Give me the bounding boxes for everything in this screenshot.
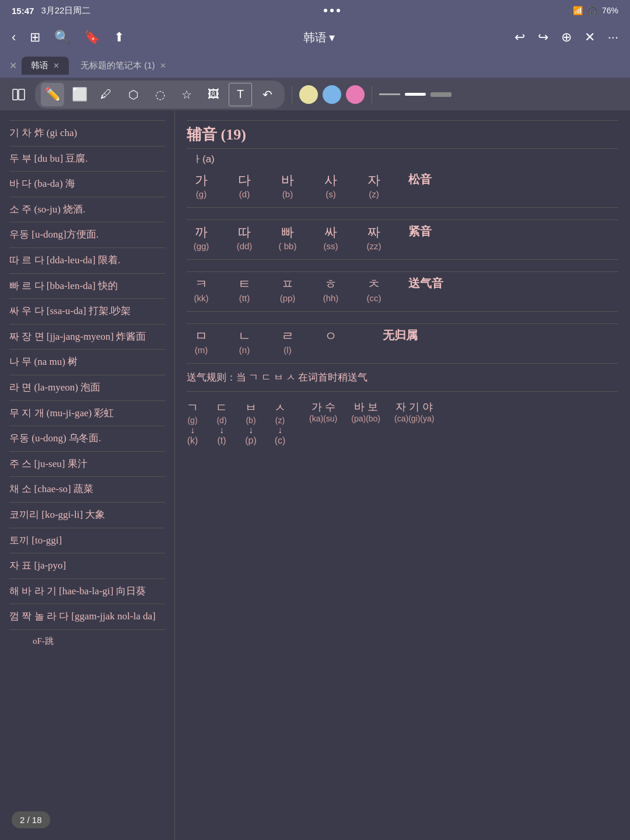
add-icon[interactable]: ⊕ [559, 27, 574, 47]
shape-tool[interactable]: ⬡ [121, 83, 145, 106]
text-tool[interactable]: T [229, 83, 252, 106]
consonant-sa: 사 (s) [316, 172, 345, 199]
aspirated-label: 送气音 [408, 276, 443, 291]
section-title: 辅音 (19) [187, 124, 618, 145]
basic-consonants-section: 가 (g) 다 (d) 바 (b) 사 (s) 자 (z) [187, 172, 618, 199]
line-thin[interactable] [379, 93, 400, 95]
list-item: 두 부 [du bu] 豆腐. [9, 150, 165, 168]
arrow-col-g: ㄱ (g) ↓ (k) [187, 400, 198, 446]
color-blue[interactable] [323, 85, 341, 104]
color-yellow[interactable] [299, 85, 318, 104]
consonant-ssa: 싸 (ss) [316, 224, 345, 251]
list-item: 껌 짝 놀 라 다 [ggam-jjak nol-la da] [9, 608, 165, 626]
list-item: 주 스 [ju-seu] 果汁 [9, 455, 165, 473]
nav-title: 韩语 ▾ [136, 30, 502, 46]
battery-level: 76% [602, 6, 618, 15]
basic-label: 松音 [408, 172, 432, 187]
headphone-icon: 🎧 [587, 6, 597, 15]
color-pink[interactable] [346, 85, 365, 104]
list-item: 따 르 다 [dda-leu-da] 限着. [9, 252, 165, 270]
vocab-list: 기 차 炸 (gi cha) 두 부 [du bu] 豆腐. 바 다 (ba-d… [9, 124, 165, 649]
list-item: 빠 르 다 [bba-len-da] 快的 [9, 277, 165, 295]
share-icon[interactable]: ⬆ [111, 27, 127, 47]
list-item: 채 소 [chae-so] 蔬菜 [9, 480, 165, 499]
left-column: 기 차 炸 (gi cha) 두 부 [du bu] 豆腐. 바 다 (ba-d… [0, 111, 175, 840]
undo-icon[interactable]: ↩ [512, 27, 527, 47]
consonant-tt: ㅌ (tt) [230, 276, 259, 303]
list-item: 무 지 개 (mu-ji-gae) 彩虹 [9, 405, 165, 423]
search-icon[interactable]: 🔍 [52, 27, 72, 47]
image-tool[interactable]: 🖼 [202, 83, 225, 106]
list-item: 싸 우 다 [ssa-u-da] 打架.吵架 [9, 302, 165, 320]
tab-close-left[interactable]: ✕ [5, 60, 22, 71]
consonant-jja: 짜 (zz) [359, 224, 388, 251]
pronunciation-arrows: ㄱ (g) ↓ (k) ㄷ (d) ↓ (t) ㅂ (b) ↓ (p) [187, 400, 286, 446]
tab-korean-close[interactable]: ✕ [53, 61, 60, 70]
sidebar-tool[interactable] [7, 83, 30, 106]
status-time: 15:47 [12, 6, 34, 16]
list-item: 해 바 라 기 [hae-ba-la-gi] 向日葵 [9, 583, 165, 601]
tense-consonants-row: 까 (gg) 따 (dd) 빠 ( bb) 싸 (ss) 짜 (zz) [187, 224, 618, 251]
toolbar-sep2 [372, 86, 372, 103]
status-dots [324, 9, 340, 12]
list-item: 짜 장 면 [jja-jang-myeon] 炸酱面 [9, 328, 165, 346]
consonant-m: ㅁ (m) [187, 327, 216, 355]
consonant-cc: ㅊ (cc) [359, 276, 388, 303]
arrow-section: ㄱ (g) ↓ (k) ㄷ (d) ↓ (t) ㅂ (b) ↓ (p) [187, 400, 618, 446]
subtitle: ㅏ(a) [187, 152, 618, 166]
toolbar: ✏️ ⬜ 🖊 ⬡ ◌ ☆ 🖼 T ↶ [0, 78, 630, 111]
tab-untitled[interactable]: 无标题的笔记本 (1) ✕ [71, 57, 176, 75]
list-item: 라 면 (la-myeon) 泡面 [9, 379, 165, 397]
list-item: 코끼리 [ko-ggi-li] 大象 [9, 506, 165, 524]
list-item: 나 무 (na mu) 树 [9, 353, 165, 371]
side-word-pabo: 바 보 (pa)(bo) [351, 400, 380, 423]
arrow-col-z: ㅅ (z) ↓ (c) [274, 400, 286, 446]
list-item: 우동 [u-dong]方便面. [9, 226, 165, 244]
consonant-da: 다 (d) [230, 172, 259, 199]
main-content: 기 차 炸 (gi cha) 두 부 [du bu] 豆腐. 바 다 (ba-d… [0, 111, 630, 840]
consonant-l: ㄹ (l) [273, 327, 302, 355]
lasso-tool[interactable]: ◌ [148, 83, 172, 106]
bookmark-icon[interactable]: 🔖 [82, 27, 102, 47]
nav-bar: ‹ ⊞ 🔍 🔖 ⬆ 韩语 ▾ ↩ ↪ ⊕ ✕ ··· [0, 21, 630, 54]
list-item: 토끼 [to-ggi] [9, 532, 165, 550]
tab-korean[interactable]: 韩语 ✕ [22, 57, 69, 75]
back-button[interactable]: ‹ [9, 27, 18, 47]
arrow-tool[interactable]: ↶ [256, 83, 279, 106]
basic-consonants-row: 가 (g) 다 (d) 바 (b) 사 (s) 자 (z) [187, 172, 618, 199]
tab-korean-label: 韩语 [31, 60, 48, 71]
redo-icon[interactable]: ↪ [536, 27, 551, 47]
highlighter-tool[interactable]: 🖊 [94, 83, 118, 106]
consonant-pp: ㅍ (pp) [273, 276, 302, 303]
more-icon[interactable]: ··· [606, 27, 621, 47]
wifi-icon: 📶 [573, 6, 583, 15]
aspirated-consonants-row: ㅋ (kk) ㅌ (tt) ㅍ (pp) ㅎ (hh) ㅊ (cc) [187, 276, 618, 303]
list-item: oF-跳 [9, 633, 165, 649]
tab-untitled-close[interactable]: ✕ [160, 61, 166, 70]
tense-label: 紧音 [408, 224, 432, 239]
pen-tool[interactable]: ✏️ [41, 83, 64, 106]
consonant-ba: 바 (b) [273, 172, 302, 199]
line-thick[interactable] [430, 92, 452, 97]
sonorant-consonants-row: ㅁ (m) ㄴ (n) ㄹ (l) ㅇ 无归属 [187, 327, 618, 355]
star-tool[interactable]: ☆ [175, 83, 198, 106]
rule-text: 送气规则：当 ㄱ ㄷ ㅂ ㅅ 在词首时稍送气 [187, 371, 618, 384]
right-column: 辅音 (19) ㅏ(a) 가 (g) 다 (d) 바 (b) 사 [175, 111, 630, 840]
nav-right: ↩ ↪ ⊕ ✕ ··· [512, 27, 621, 47]
eraser-tool[interactable]: ⬜ [68, 83, 91, 106]
list-item: 자 표 [ja-pyo] [9, 557, 165, 575]
status-bar: 15:47 3月22日周二 📶 🎧 76% [0, 0, 630, 21]
line-medium[interactable] [405, 93, 426, 96]
aspirated-consonants-section: ㅋ (kk) ㅌ (tt) ㅍ (pp) ㅎ (hh) ㅊ (cc) [187, 276, 618, 303]
consonant-ga: 가 (g) [187, 172, 216, 199]
consonant-n: ㄴ (n) [230, 327, 259, 355]
side-word-kasu: 가 수 (ka)(su) [309, 400, 337, 423]
toolbar-sep1 [292, 86, 292, 103]
grid-icon[interactable]: ⊞ [27, 27, 43, 47]
close-icon[interactable]: ✕ [582, 27, 597, 47]
consonant-o: ㅇ [316, 327, 345, 345]
page-indicator: 2 / 18 [12, 811, 50, 828]
list-item: 소 주 (so-ju) 烧酒. [9, 201, 165, 219]
tool-group: ✏️ ⬜ 🖊 ⬡ ◌ ☆ 🖼 T ↶ [35, 81, 285, 109]
tense-consonants-section: 까 (gg) 따 (dd) 빠 ( bb) 싸 (ss) 짜 (zz) [187, 224, 618, 251]
